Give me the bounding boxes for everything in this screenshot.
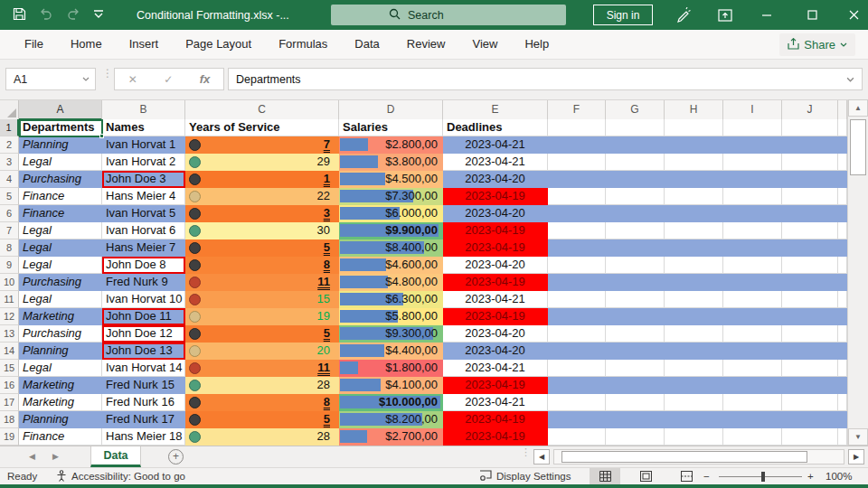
empty-cell[interactable] [838,188,847,205]
empty-cell[interactable] [782,119,838,136]
cell-deadline[interactable]: 2023-04-20 [443,325,548,343]
zoom-level[interactable]: 100% [826,468,852,484]
empty-cell[interactable] [723,411,782,428]
page-layout-view-button[interactable] [630,468,661,484]
empty-cell[interactable] [606,205,665,222]
cell-years-of-service[interactable]: 11 [185,274,339,291]
empty-cell[interactable] [665,428,723,446]
vertical-scroll-thumb[interactable] [850,119,866,175]
empty-cell[interactable] [548,343,606,360]
empty-cell[interactable] [838,154,847,171]
cell-years-of-service[interactable]: 30 [185,222,339,239]
empty-cell[interactable] [838,428,847,446]
column-header-g[interactable]: G [606,100,665,120]
column-header-b[interactable]: B [102,100,185,120]
cell-deadline[interactable]: 2023-04-21 [443,394,548,411]
cell-years-of-service[interactable]: 19 [185,308,339,325]
new-sheet-button[interactable]: + [168,449,184,465]
column-header-h[interactable]: H [665,100,723,120]
cell-deadline[interactable]: 2023-04-19 [443,308,548,325]
row-number[interactable]: 10 [0,274,19,291]
ribbon-tab-formulas[interactable]: Formulas [265,30,341,59]
empty-cell[interactable] [723,308,782,325]
empty-cell[interactable] [782,222,838,239]
empty-cell[interactable] [782,154,838,171]
cell-deadline[interactable]: 2023-04-20 [443,205,548,222]
row-number[interactable]: 14 [0,343,19,360]
cell-name[interactable]: Hans Meier 18 [102,428,185,446]
empty-cell[interactable] [782,428,838,446]
cell-years-of-service[interactable]: 5 [185,239,339,257]
empty-cell[interactable] [782,291,838,308]
cell-name[interactable]: Ivan Horvat 1 [102,136,185,154]
cell-years-of-service[interactable]: 15 [185,291,339,308]
accessibility-status[interactable]: Accessibility: Good to go [56,468,185,484]
cell-deadline[interactable]: 2023-04-21 [443,291,548,308]
row-number[interactable]: 9 [0,257,19,274]
page-break-view-button[interactable] [671,468,702,484]
row-number[interactable]: 12 [0,308,19,325]
cell-department[interactable]: Finance [19,188,102,205]
empty-cell[interactable] [606,394,665,411]
cell-name[interactable]: John Doe 11 [102,308,185,325]
empty-cell[interactable] [838,360,847,377]
empty-cell[interactable] [723,291,782,308]
empty-cell[interactable] [723,325,782,343]
row-number[interactable]: 18 [0,411,19,428]
cell-deadline[interactable]: 2023-04-20 [443,171,548,188]
empty-cell[interactable] [665,360,723,377]
expand-formula-bar-icon[interactable] [846,77,854,82]
empty-cell[interactable] [548,188,606,205]
cell-deadline[interactable]: 2023-04-20 [443,343,548,360]
cell-department[interactable]: Legal [19,222,102,239]
empty-cell[interactable] [723,274,782,291]
empty-cell[interactable] [782,239,838,257]
column-header-a[interactable]: A [19,100,102,120]
empty-cell[interactable] [606,428,665,446]
cell-name[interactable]: John Doe 12 [102,325,185,343]
row-number[interactable]: 5 [0,188,19,205]
empty-cell[interactable] [838,411,847,428]
header-cell-deadlines[interactable]: Deadlines [443,119,548,136]
empty-cell[interactable] [548,222,606,239]
row-number[interactable]: 7 [0,222,19,239]
name-box[interactable]: A1 [5,68,96,90]
empty-cell[interactable] [838,257,847,274]
horizontal-scroll-thumb[interactable] [561,451,807,463]
cell-department[interactable]: Legal [19,360,102,377]
cell-years-of-service[interactable]: 8 [185,257,339,274]
sheet-nav-left-icon[interactable]: ◀ [29,452,35,461]
cell-department[interactable]: Purchasing [19,325,102,343]
fill-handle[interactable] [99,134,104,138]
search-input[interactable]: Search [331,5,566,25]
empty-cell[interactable] [782,188,838,205]
cell-salary[interactable]: $8.200,00 [339,411,443,428]
cell-years-of-service[interactable]: 28 [185,377,339,394]
cell-deadline[interactable]: 2023-04-19 [443,274,548,291]
empty-cell[interactable] [606,136,665,154]
row-number[interactable]: 15 [0,360,19,377]
empty-cell[interactable] [665,205,723,222]
empty-cell[interactable] [548,239,606,257]
empty-cell[interactable] [548,377,606,394]
cell-department[interactable]: Planning [19,136,102,154]
empty-cell[interactable] [548,274,606,291]
empty-cell[interactable] [548,360,606,377]
empty-cell[interactable] [723,136,782,154]
empty-cell[interactable] [665,239,723,257]
cell-years-of-service[interactable]: 20 [185,343,339,360]
cell-department[interactable]: Legal [19,239,102,257]
cell-salary[interactable]: $1.800,00 [339,360,443,377]
row-number[interactable]: 2 [0,136,19,154]
cell-years-of-service[interactable]: 7 [185,136,339,154]
empty-cell[interactable] [782,205,838,222]
empty-cell[interactable] [665,377,723,394]
empty-cell[interactable] [665,171,723,188]
ribbon-display-options-icon[interactable] [707,0,743,30]
cell-years-of-service[interactable]: 5 [185,325,339,343]
cell-department[interactable]: Planning [19,411,102,428]
empty-cell[interactable] [665,308,723,325]
ribbon-tab-home[interactable]: Home [57,30,116,59]
empty-cell[interactable] [723,188,782,205]
empty-cell[interactable] [606,377,665,394]
